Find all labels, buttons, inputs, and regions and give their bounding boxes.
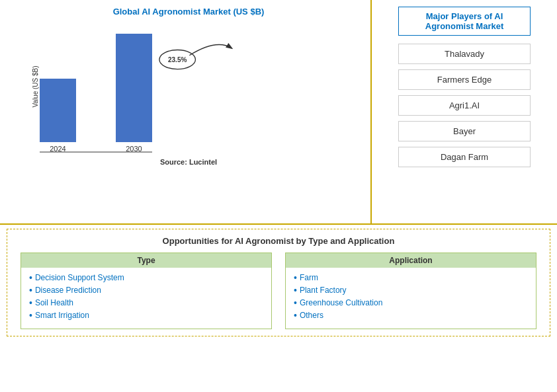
bullet-icon: •	[29, 286, 32, 295]
app-item-3: • Greenhouse Cultivation	[294, 298, 528, 307]
bullet-icon: •	[294, 311, 297, 320]
bar-2024	[40, 79, 76, 142]
type-item-2: • Disease Prediction	[29, 286, 263, 295]
type-item-label-1: Decision Support System	[35, 273, 124, 282]
players-title: Major Players of AI Agronomist Market	[398, 7, 531, 36]
app-item-label-3: Greenhouse Cultivation	[300, 298, 382, 307]
bullet-icon: •	[294, 298, 297, 307]
app-item-1: • Farm	[294, 273, 528, 282]
bar-2030	[116, 34, 152, 142]
app-item-label-1: Farm	[300, 273, 318, 282]
bullet-icon: •	[29, 298, 32, 307]
bar-group-2030: 2030	[116, 34, 152, 153]
type-item-label-2: Disease Prediction	[35, 286, 101, 295]
type-item-4: • Smart Irrigation	[29, 311, 263, 320]
player-agri1: Agri1.AI	[398, 95, 531, 116]
x-axis-line	[40, 151, 152, 153]
y-axis-label: Value (US $B)	[32, 65, 39, 107]
player-dagan-farm: Dagan Farm	[398, 147, 531, 167]
bar-group-2024: 2024	[40, 79, 76, 153]
type-item-label-4: Smart Irrigation	[35, 311, 89, 320]
bullet-icon: •	[29, 273, 32, 282]
bars-container: 2024 2030	[40, 20, 152, 153]
type-column: Type • Decision Support System • Disease…	[21, 253, 272, 329]
type-item-1: • Decision Support System	[29, 273, 263, 282]
chart-section: Global AI Agronomist Market (US $B) Valu…	[0, 0, 372, 223]
player-bayer: Bayer	[398, 121, 531, 141]
players-section: Major Players of AI Agronomist Market Th…	[372, 0, 557, 223]
type-item-label-3: Soil Health	[35, 298, 73, 307]
source-text: Source: Lucintel	[13, 158, 364, 166]
bullet-icon: •	[29, 311, 32, 320]
application-header: Application	[286, 253, 536, 268]
app-item-4: • Others	[294, 311, 528, 320]
player-farmers-edge: Farmers Edge	[398, 69, 531, 90]
svg-text:23.5%: 23.5%	[168, 56, 187, 63]
columns-container: Type • Decision Support System • Disease…	[21, 253, 536, 329]
type-header: Type	[21, 253, 271, 268]
bullet-icon: •	[294, 273, 297, 282]
opportunities-section: Opportunities for AI Agronomist by Type …	[7, 229, 550, 336]
svg-point-0	[159, 50, 196, 69]
app-item-label-4: Others	[300, 311, 323, 320]
app-item-label-2: Plant Factory	[300, 286, 347, 295]
type-item-3: • Soil Health	[29, 298, 263, 307]
opportunities-title: Opportunities for AI Agronomist by Type …	[21, 236, 536, 246]
bullet-icon: •	[294, 286, 297, 295]
chart-title: Global AI Agronomist Market (US $B)	[13, 7, 364, 17]
player-thalavady: Thalavady	[398, 44, 531, 64]
application-column: Application • Farm • Plant Factory • Gre…	[285, 253, 536, 329]
chart-area: Value (US $B) 2024 2030 23.5%	[40, 20, 357, 153]
app-item-2: • Plant Factory	[294, 286, 528, 295]
